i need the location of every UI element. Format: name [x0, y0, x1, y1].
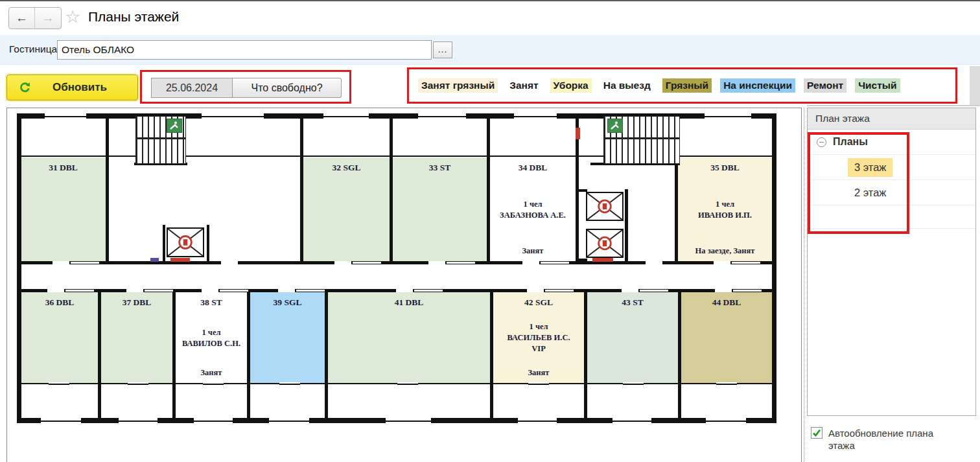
door-gap [126, 289, 143, 292]
corridor-mark [576, 128, 580, 139]
corridor-mark [150, 258, 159, 262]
window [528, 382, 549, 385]
forward-button[interactable]: → [35, 8, 61, 29]
room-number-label: 41 DBL [395, 297, 424, 308]
date-field[interactable]: 25.06.2024 [151, 78, 233, 98]
tree-node-plans[interactable]: Планы [808, 130, 975, 155]
room-number-label: 32 SGL [332, 163, 361, 173]
room-guest-info: 1 челИВАНОВ И.П. [698, 173, 752, 246]
wall [247, 292, 250, 418]
window [518, 418, 557, 423]
door-leaf [220, 289, 248, 292]
room-status: Занят [522, 246, 544, 256]
corridor-mark [170, 258, 190, 262]
refresh-icon [19, 82, 31, 94]
room-guest-info: 1 челВАВИЛОВ С.Н. [182, 308, 240, 368]
window [194, 418, 233, 423]
hotel-input[interactable] [57, 40, 432, 60]
wall [490, 292, 493, 418]
room-number-label: 36 DBL [45, 297, 75, 308]
refresh-label: Обновить [31, 81, 137, 94]
hotel-picker-button[interactable]: ... [433, 41, 452, 58]
whats-free-button[interactable]: Что свободно? [233, 78, 342, 98]
floor-item-2-этаж[interactable]: 2 этаж [808, 180, 975, 205]
room-36[interactable]: 36 DBL [21, 292, 98, 383]
legend-item-0: Занят грязный [418, 78, 498, 93]
door-leaf [447, 261, 475, 264]
stair-landing [135, 137, 186, 139]
right-edge-strip [970, 66, 980, 106]
room-number-label: 43 ST [622, 297, 643, 308]
room-39[interactable]: 39 SGL [250, 292, 325, 383]
tree-empty-row [808, 205, 975, 229]
wall [325, 292, 328, 418]
room-33[interactable]: 33 ST [393, 157, 487, 261]
legend-item-3: На выезд [600, 78, 654, 93]
exit-sign-icon [607, 119, 623, 133]
door-gap [715, 289, 732, 292]
wall [678, 292, 681, 418]
floor-plan-sidebar: План этажа Планы 3 этаж2 этаж [807, 108, 976, 416]
stair-landing [603, 137, 680, 139]
room-38[interactable]: 38 ST1 челВАВИЛОВ С.Н.Занят [176, 292, 247, 383]
legend-item-5: На инспекции [720, 78, 795, 93]
toolbar-separator [807, 105, 980, 106]
room-42[interactable]: 42 SGL1 челВАСИЛЬЕВ И.С.VIPЗанят [493, 292, 584, 383]
window [623, 382, 644, 385]
window [49, 382, 69, 385]
floor-item-label: 2 этаж [848, 183, 892, 202]
nav-buttons: ← → [8, 7, 62, 29]
door-leaf [545, 289, 574, 292]
window [397, 382, 418, 385]
room-number-label: 44 DBL [712, 297, 741, 308]
favorite-star-icon[interactable]: ☆ [65, 6, 80, 27]
wall [300, 119, 303, 264]
wall [98, 292, 101, 418]
door-leaf [640, 289, 668, 292]
autorefresh-row: Автообновление плана этажа [811, 427, 973, 452]
wall [576, 259, 587, 261]
door-gap [428, 261, 445, 264]
room-32[interactable]: 32 SGL [303, 157, 390, 261]
panel-splitter[interactable] [804, 108, 804, 462]
autorefresh-checkbox[interactable] [811, 427, 822, 439]
room-41[interactable]: 41 DBL [328, 292, 490, 383]
room-35[interactable]: 35 DBL1 челИВАНОВ И.П.На заезде, Занят [678, 157, 772, 261]
door-gap [221, 261, 238, 264]
door-gap [396, 289, 413, 292]
room-43[interactable]: 43 ST [587, 292, 678, 383]
sidebar-header: План этажа [808, 108, 975, 130]
wall [390, 119, 393, 264]
door-gap [47, 289, 64, 292]
room-37[interactable]: 37 DBL [101, 292, 172, 383]
door-gap [714, 261, 730, 264]
window-header: ← → ☆ Планы этажей [0, 3, 980, 34]
window [612, 418, 651, 423]
window [514, 113, 557, 119]
room-number-label: 34 DBL [519, 163, 548, 173]
room-34[interactable]: 34 DBL1 челЗАБАЗНОВА А.Е.Занят [490, 157, 576, 261]
room-number-label: 37 DBL [122, 297, 152, 308]
corridor-mark [592, 258, 613, 262]
elevator-icon [167, 227, 204, 257]
room-44[interactable]: 44 DBL [681, 292, 772, 383]
legend-item-4: Грязный [662, 78, 712, 93]
window [705, 113, 751, 119]
door-leaf [732, 261, 760, 264]
door-gap [334, 261, 351, 264]
wall [106, 119, 109, 264]
exit-sign-icon [167, 119, 182, 133]
collapse-icon[interactable] [817, 137, 826, 147]
room-number-label: 38 ST [200, 297, 222, 308]
wall [625, 189, 628, 261]
door-leaf [71, 261, 99, 264]
back-button[interactable]: ← [9, 8, 35, 29]
room-31[interactable]: 31 DBL [21, 157, 106, 261]
room-status: Занят [528, 368, 550, 378]
legend-item-7: Чистый [855, 78, 900, 93]
floor-item-label: 3 этаж [848, 158, 892, 177]
wall [207, 225, 209, 261]
room-status: На заезде, Занят [695, 246, 755, 256]
floor-item-3-этаж[interactable]: 3 этаж [808, 155, 975, 180]
refresh-button[interactable]: Обновить [6, 75, 138, 100]
